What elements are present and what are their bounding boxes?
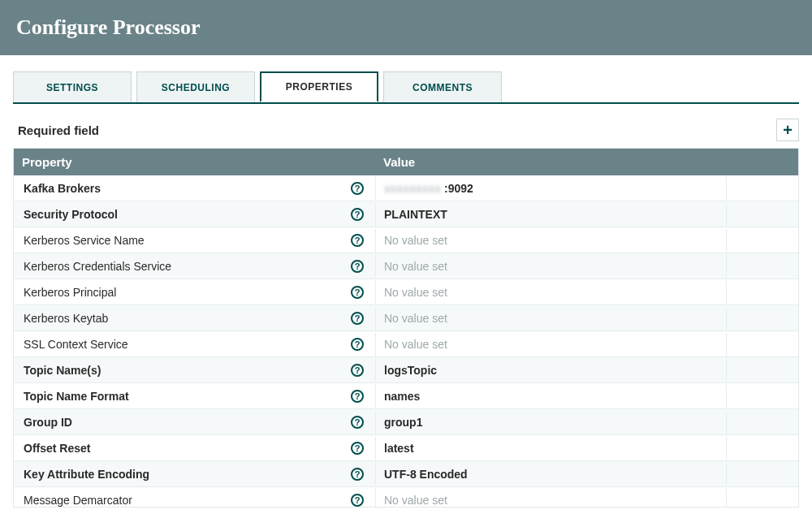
- help-icon[interactable]: ?: [351, 364, 364, 377]
- property-name: Message Demarcator: [24, 494, 132, 507]
- help-icon[interactable]: ?: [351, 260, 364, 273]
- property-name: Kerberos Credentials Service: [24, 260, 171, 273]
- table-row[interactable]: SSL Context Service?No value set: [14, 331, 798, 357]
- property-value: logsTopic: [384, 364, 437, 377]
- property-name: Group ID: [24, 416, 72, 429]
- help-icon[interactable]: ?: [351, 234, 364, 247]
- property-value: No value set: [384, 286, 447, 299]
- property-value-cell[interactable]: PLAINTEXT: [375, 203, 727, 226]
- help-icon[interactable]: ?: [351, 416, 364, 429]
- property-name: Kerberos Principal: [24, 286, 116, 299]
- property-value: UTF-8 Encoded: [384, 468, 468, 481]
- property-value: No value set: [384, 494, 447, 507]
- table-row[interactable]: Key Attribute Encoding?UTF-8 Encoded: [14, 461, 798, 487]
- property-name-cell: Message Demarcator?: [14, 489, 375, 508]
- help-icon[interactable]: ?: [351, 442, 364, 455]
- property-name: Kafka Brokers: [24, 182, 101, 195]
- property-name: Kerberos Service Name: [24, 234, 145, 247]
- tab-scheduling[interactable]: SCHEDULING: [136, 71, 255, 102]
- column-header-property: Property: [14, 149, 375, 175]
- table-row[interactable]: Topic Name(s)?logsTopic: [14, 357, 798, 383]
- table-body[interactable]: Kafka Brokers?xxxxxxxxx:9092Security Pro…: [14, 175, 798, 507]
- property-name: Security Protocol: [24, 208, 118, 221]
- property-value-cell[interactable]: UTF-8 Encoded: [375, 463, 727, 486]
- tabs-row: SETTINGS SCHEDULING PROPERTIES COMMENTS: [13, 71, 799, 104]
- property-value-cell[interactable]: group1: [375, 411, 727, 434]
- plus-icon: +: [783, 121, 793, 140]
- property-name: Topic Name Format: [24, 390, 129, 403]
- table-row[interactable]: Kerberos Keytab?No value set: [14, 305, 798, 331]
- property-name-cell: Kerberos Service Name?: [14, 229, 375, 252]
- help-icon[interactable]: ?: [351, 390, 364, 403]
- property-value: No value set: [384, 338, 447, 351]
- property-value: latest: [384, 442, 414, 455]
- dialog-title: Configure Processor: [16, 15, 796, 40]
- table-header-row: Property Value: [14, 149, 798, 175]
- table-row[interactable]: Topic Name Format?names: [14, 383, 798, 409]
- property-name-cell: Kafka Brokers?: [14, 177, 375, 200]
- help-icon[interactable]: ?: [351, 286, 364, 299]
- tab-settings[interactable]: SETTINGS: [13, 71, 132, 102]
- property-name: Offset Reset: [24, 442, 90, 455]
- column-header-value: Value: [375, 149, 798, 175]
- property-value-cell[interactable]: No value set: [375, 281, 727, 304]
- table-row[interactable]: Group ID?group1: [14, 409, 798, 435]
- property-value-cell[interactable]: No value set: [375, 333, 727, 356]
- property-name-cell: Topic Name Format?: [14, 385, 375, 408]
- help-icon[interactable]: ?: [351, 338, 364, 351]
- property-value-cell[interactable]: No value set: [375, 255, 727, 278]
- table-row[interactable]: Message Demarcator?No value set: [14, 487, 798, 507]
- tab-comments[interactable]: COMMENTS: [383, 71, 502, 102]
- help-icon[interactable]: ?: [351, 182, 364, 195]
- property-value: No value set: [384, 312, 447, 325]
- property-name-cell: Group ID?: [14, 411, 375, 434]
- table-row[interactable]: Kafka Brokers?xxxxxxxxx:9092: [14, 175, 798, 201]
- property-value: :9092: [444, 182, 473, 195]
- property-value-cell[interactable]: No value set: [375, 489, 727, 508]
- property-value-cell[interactable]: No value set: [375, 307, 727, 330]
- properties-table: Property Value Kafka Brokers?xxxxxxxxx:9…: [13, 148, 799, 508]
- property-value-cell[interactable]: latest: [375, 437, 727, 460]
- property-name: Kerberos Keytab: [24, 312, 108, 325]
- property-name-cell: Topic Name(s)?: [14, 359, 375, 382]
- property-name: Key Attribute Encoding: [24, 468, 149, 481]
- property-name: SSL Context Service: [24, 338, 128, 351]
- property-value-cell[interactable]: No value set: [375, 229, 727, 252]
- required-field-label: Required field: [18, 123, 99, 137]
- property-name-cell: Kerberos Credentials Service?: [14, 255, 375, 278]
- add-property-button[interactable]: +: [776, 119, 799, 141]
- property-value-cell[interactable]: logsTopic: [375, 359, 727, 382]
- help-icon[interactable]: ?: [351, 468, 364, 481]
- property-value-cell[interactable]: names: [375, 385, 727, 408]
- property-value: group1: [384, 416, 422, 429]
- table-row[interactable]: Offset Reset?latest: [14, 435, 798, 461]
- help-icon[interactable]: ?: [351, 208, 364, 221]
- dialog-content: SETTINGS SCHEDULING PROPERTIES COMMENTS …: [0, 55, 812, 508]
- redacted-text: xxxxxxxxx: [384, 182, 441, 195]
- property-name-cell: SSL Context Service?: [14, 333, 375, 356]
- help-icon[interactable]: ?: [351, 494, 364, 507]
- required-field-row: Required field +: [13, 104, 799, 148]
- tab-properties[interactable]: PROPERTIES: [260, 71, 378, 102]
- property-name-cell: Security Protocol?: [14, 203, 375, 226]
- table-row[interactable]: Kerberos Credentials Service?No value se…: [14, 253, 798, 279]
- property-value: No value set: [384, 234, 447, 247]
- property-name: Topic Name(s): [24, 364, 101, 377]
- property-value: names: [384, 390, 420, 403]
- property-value: No value set: [384, 260, 447, 273]
- dialog-header: Configure Processor: [0, 0, 812, 55]
- table-row[interactable]: Kerberos Service Name?No value set: [14, 227, 798, 253]
- help-icon[interactable]: ?: [351, 312, 364, 325]
- property-name-cell: Offset Reset?: [14, 437, 375, 460]
- table-row[interactable]: Kerberos Principal?No value set: [14, 279, 798, 305]
- property-name-cell: Kerberos Principal?: [14, 281, 375, 304]
- property-value: PLAINTEXT: [384, 208, 447, 221]
- table-row[interactable]: Security Protocol?PLAINTEXT: [14, 201, 798, 227]
- property-value-cell[interactable]: xxxxxxxxx:9092: [375, 177, 727, 200]
- property-name-cell: Key Attribute Encoding?: [14, 463, 375, 486]
- property-name-cell: Kerberos Keytab?: [14, 307, 375, 330]
